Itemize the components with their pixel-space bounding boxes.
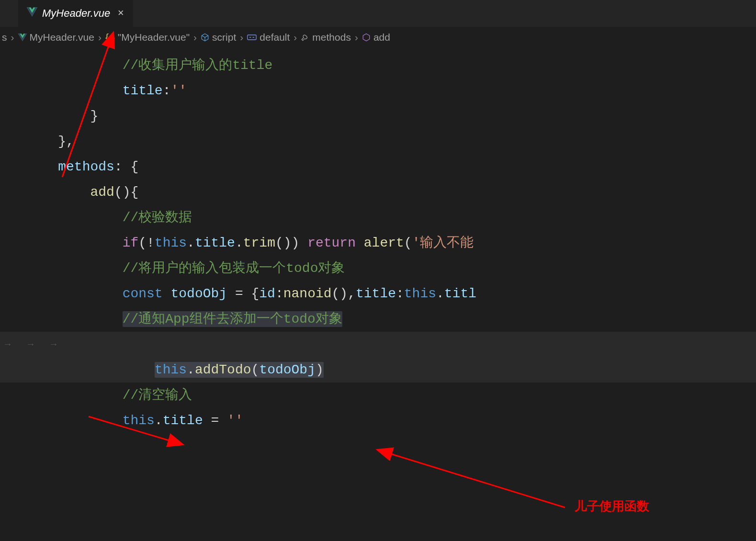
tab-title: MyHeader.vue bbox=[42, 7, 110, 20]
wrench-icon bbox=[301, 33, 309, 42]
code-line: //收集用户输入的title bbox=[0, 53, 756, 78]
annotation-label: 儿子使用函数 bbox=[575, 498, 649, 515]
code-line: add(){ bbox=[0, 180, 756, 205]
method-icon bbox=[362, 33, 371, 42]
breadcrumb-item[interactable]: MyHeader.vue bbox=[18, 32, 94, 43]
vue-icon bbox=[27, 7, 37, 20]
code-line: if(!this.title.trim()) return alert('输入不… bbox=[0, 230, 756, 256]
code-line: //通知App组件去添加一个todo对象 bbox=[0, 306, 756, 332]
tab-bar: MyHeader.vue × bbox=[0, 0, 756, 27]
code-line-active: →→→ this.addTodo(todoObj) bbox=[0, 332, 756, 383]
breadcrumb-item[interactable]: methods bbox=[301, 32, 351, 43]
braces-icon: { } bbox=[105, 32, 115, 43]
code-line: //校验数据 bbox=[0, 205, 756, 230]
breadcrumb-item[interactable]: { } "MyHeader.vue" bbox=[105, 32, 190, 43]
breadcrumb-item[interactable]: s bbox=[2, 32, 7, 43]
code-line: }, bbox=[0, 129, 756, 154]
code-line: methods: { bbox=[0, 154, 756, 180]
breadcrumb: s › MyHeader.vue › { } "MyHeader.vue" › … bbox=[0, 27, 756, 48]
editor-tab[interactable]: MyHeader.vue × bbox=[18, 0, 134, 27]
chevron-right-icon: › bbox=[192, 32, 199, 43]
code-editor[interactable]: //收集用户输入的title title:'' } }, methods: { … bbox=[0, 48, 756, 433]
export-icon bbox=[247, 34, 257, 41]
chevron-right-icon: › bbox=[353, 32, 360, 43]
chevron-right-icon: › bbox=[292, 32, 299, 43]
breadcrumb-item[interactable]: script bbox=[201, 32, 236, 43]
code-line: } bbox=[0, 103, 756, 129]
code-line: //清空输入 bbox=[0, 383, 756, 408]
whitespace-indicator: →→→ bbox=[5, 332, 56, 357]
code-line: this.title = '' bbox=[0, 408, 756, 433]
close-icon[interactable]: × bbox=[115, 8, 126, 20]
vue-icon bbox=[18, 34, 27, 41]
chevron-right-icon: › bbox=[96, 32, 103, 43]
chevron-right-icon: › bbox=[238, 32, 245, 43]
breadcrumb-item[interactable]: default bbox=[247, 32, 290, 43]
svg-line-3 bbox=[378, 450, 565, 507]
code-line: title:'' bbox=[0, 78, 756, 103]
breadcrumb-item[interactable]: add bbox=[362, 32, 390, 43]
code-line: const todoObj = {id:nanoid(),title:this.… bbox=[0, 281, 756, 306]
svg-rect-0 bbox=[248, 35, 256, 40]
code-line: //将用户的输入包装成一个todo对象 bbox=[0, 256, 756, 281]
module-icon bbox=[201, 33, 209, 42]
chevron-right-icon: › bbox=[9, 32, 16, 43]
